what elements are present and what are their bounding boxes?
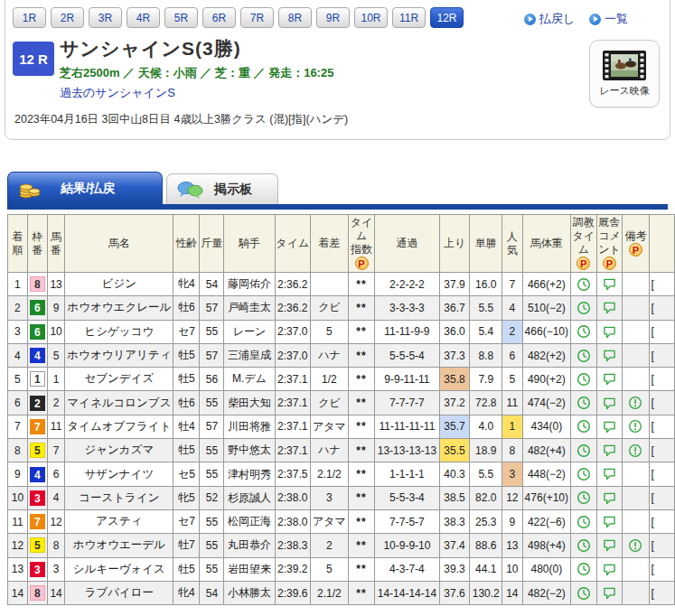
clock-icon[interactable] — [577, 538, 591, 553]
race-history-link[interactable]: 過去のサンシャインS — [60, 85, 333, 101]
cell-sexage: 牝4 — [173, 273, 200, 296]
race-tab-7R[interactable]: 7R — [240, 7, 274, 28]
race-tab-3R[interactable]: 3R — [89, 7, 122, 28]
jockey-name-link[interactable]: 藤岡佑介 — [224, 273, 275, 296]
comment-icon[interactable] — [603, 539, 616, 552]
clock-icon[interactable] — [577, 349, 591, 363]
jockey-name-link[interactable]: レーン — [224, 320, 275, 343]
training-time-icon-cell — [570, 557, 596, 581]
clock-icon[interactable] — [577, 324, 591, 339]
comment-icon[interactable] — [603, 373, 616, 386]
horse-name-link[interactable]: ホウオウエーデル — [65, 534, 173, 557]
race-tab-5R[interactable]: 5R — [164, 7, 198, 28]
results-table-header: 着 順枠 番馬 番馬名性齢斤量騎手タイム着差タイム 指数P通過上り単勝人 気馬体… — [8, 215, 675, 273]
comment-icon[interactable] — [603, 444, 616, 457]
horse-name-link[interactable]: アスティ — [65, 509, 173, 533]
jockey-name-link[interactable]: 川田将雅 — [224, 415, 275, 438]
comment-icon[interactable] — [603, 587, 616, 600]
race-tab-2R[interactable]: 2R — [51, 7, 84, 28]
jockey-name-link[interactable]: 岩田望来 — [224, 557, 275, 581]
clock-icon[interactable] — [577, 396, 591, 410]
horse-name-link[interactable]: シルキーヴォイス — [65, 557, 173, 581]
cell-time: 2:37.1 — [275, 415, 310, 438]
horse-name-link[interactable]: ホウオウリアリティ — [65, 343, 173, 367]
horse-name-link[interactable]: ジャンカズマ — [65, 439, 173, 462]
horse-name-link[interactable]: タイムオブフライト — [65, 415, 173, 438]
jockey-name-link[interactable]: 柴田大知 — [224, 391, 275, 415]
cell-rank: 4 — [8, 343, 28, 367]
horse-name-link[interactable]: ビジン — [65, 273, 173, 296]
table-row: 269ホウオウエクレール牡657戸崎圭太2:36.2クビ**3-3-3-336.… — [8, 296, 675, 320]
race-tab-1R[interactable]: 1R — [13, 7, 46, 28]
cell-agari: 38.3 — [439, 509, 470, 533]
race-number-tabs: 1R2R3R4R5R6R7R8R9R10R11R12R — [13, 7, 464, 28]
horse-name-link[interactable]: コーストライン — [65, 486, 173, 509]
comment-icon[interactable] — [603, 492, 616, 505]
horse-name-link[interactable]: ホウオウエクレール — [65, 296, 173, 320]
cell-ninki: 6 — [502, 343, 523, 367]
jockey-name-link[interactable]: M.デム — [224, 368, 275, 391]
race-tab-12R[interactable]: 12R — [430, 7, 464, 28]
tab-board[interactable]: 掲示板 — [166, 173, 278, 204]
horse-name-link[interactable]: サザンナイツ — [65, 462, 173, 486]
clock-icon[interactable] — [577, 277, 591, 292]
cell-passing: 14-14-14-14 — [375, 581, 439, 604]
cell-rank: 10 — [8, 486, 28, 509]
frame-number-badge: 5 — [30, 443, 45, 458]
list-link[interactable]: 一覧 — [589, 11, 628, 27]
clock-icon[interactable] — [577, 586, 591, 601]
remark-icon-cell — [623, 320, 649, 343]
clock-icon[interactable] — [577, 562, 591, 576]
cell-weight: 52 — [200, 486, 224, 509]
cell-weight: 57 — [200, 343, 224, 367]
jockey-name-link[interactable]: 野中悠太 — [224, 439, 275, 462]
horse-name-link[interactable]: マイネルコロンブス — [65, 391, 173, 415]
clock-icon[interactable] — [577, 443, 591, 458]
comment-icon[interactable] — [603, 302, 616, 314]
clock-icon[interactable] — [577, 515, 591, 529]
race-tab-9R[interactable]: 9R — [316, 7, 350, 28]
jockey-name-link[interactable]: 丸田恭介 — [224, 534, 275, 557]
horse-name-link[interactable]: セブンデイズ — [65, 368, 173, 391]
jockey-name-link[interactable]: 津村明秀 — [224, 462, 275, 486]
comment-icon[interactable] — [603, 516, 616, 528]
race-video-button[interactable]: レース映像 — [589, 40, 660, 107]
comment-icon[interactable] — [603, 397, 616, 410]
clock-icon[interactable] — [577, 301, 591, 315]
race-tab-11R[interactable]: 11R — [392, 7, 426, 28]
tab-results-payout[interactable]: 結果/払戻 — [7, 172, 163, 204]
frame-number-badge: 7 — [30, 514, 45, 529]
clock-icon[interactable] — [577, 372, 591, 387]
jockey-name-link[interactable]: 三浦皇成 — [224, 343, 275, 367]
alert-icon[interactable] — [628, 396, 642, 410]
cell-sexage: 牡7 — [173, 534, 200, 557]
comment-icon[interactable] — [603, 326, 616, 339]
horse-name-link[interactable]: ヒシゲッコウ — [65, 320, 173, 343]
race-tab-4R[interactable]: 4R — [127, 7, 160, 28]
race-tab-8R[interactable]: 8R — [278, 7, 312, 28]
alert-icon[interactable] — [628, 538, 642, 553]
jockey-name-link[interactable]: 松岡正海 — [224, 509, 275, 533]
race-tab-10R[interactable]: 10R — [354, 7, 388, 28]
horse-name-link[interactable]: ラブパイロー — [65, 581, 173, 604]
clock-icon[interactable] — [577, 467, 591, 481]
frame-number-badge: 3 — [30, 490, 45, 506]
alert-icon[interactable] — [628, 443, 642, 458]
comment-icon[interactable] — [603, 350, 616, 362]
clock-icon[interactable] — [577, 490, 591, 505]
clipped-cell: [ — [649, 296, 674, 320]
table-row: 946サザンナイツセ555津村明秀2:37.52.1/2**1-1-1-140.… — [8, 462, 675, 486]
comment-icon[interactable] — [603, 278, 616, 291]
jockey-name-link[interactable]: 杉原誠人 — [224, 486, 275, 509]
comment-icon[interactable] — [603, 421, 616, 434]
comment-icon[interactable] — [603, 468, 616, 481]
race-tab-6R[interactable]: 6R — [202, 7, 236, 28]
jockey-name-link[interactable]: 小林勝太 — [224, 581, 275, 604]
comment-icon[interactable] — [603, 564, 616, 576]
table-row: 857ジャンカズマ牡555野中悠太2:37.1ハナ**13-13-13-1335… — [8, 439, 675, 462]
jockey-name-link[interactable]: 戸崎圭太 — [224, 296, 275, 320]
payout-link[interactable]: 払戻し — [524, 11, 575, 27]
alert-icon[interactable] — [628, 419, 642, 434]
clock-icon[interactable] — [577, 419, 591, 434]
stable-comment-icon-cell — [596, 368, 623, 391]
